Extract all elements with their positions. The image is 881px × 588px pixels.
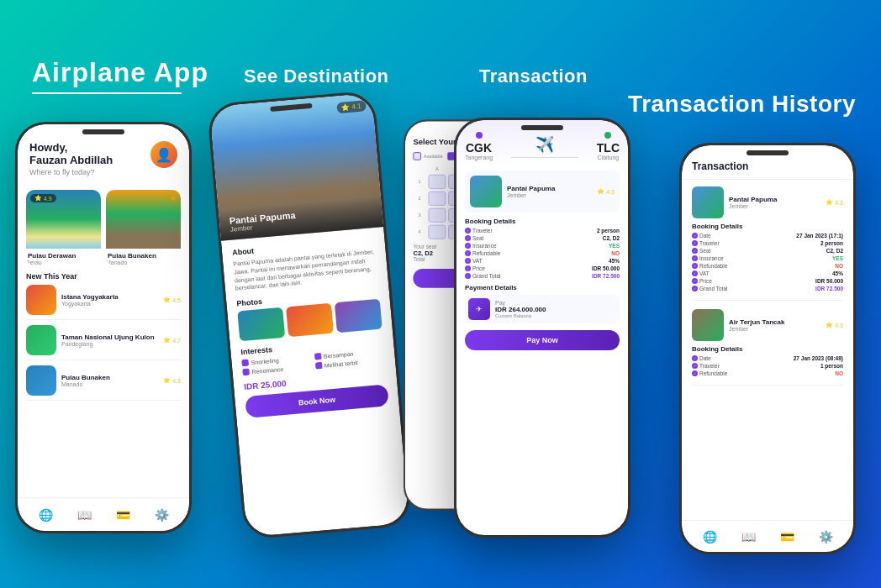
phone4-check-icon-6: ✓ — [692, 270, 698, 276]
section-label-destination: See Destination — [244, 66, 389, 87]
phone1-nav-card-icon[interactable]: 💳 — [116, 508, 130, 522]
phone3-booking-row-seat: ✓Seat C2, D2 — [465, 235, 620, 241]
phone4-trans1-traveler-row: ✓Traveler 2 person — [692, 240, 843, 246]
phone3-origin-code: CGK — [465, 141, 493, 155]
phone1-list-info-2: Taman Nasional Ujung Kulon Pandeglang — [61, 333, 158, 347]
phone4-trans1-refund-val: NO — [835, 263, 843, 269]
phone4-nav-globe-icon[interactable]: 🌐 — [703, 530, 717, 543]
phone1-destination-cards: ⭐ 4.9 Pulau Derawan Berau ★ Pulau Bunake… — [26, 190, 181, 265]
phone3-dest-card-loc: Jember — [507, 192, 555, 198]
phone4-trans1-vat-val: 45% — [832, 270, 843, 276]
phone3-booking-row-vat: ✓VAT 45% — [465, 258, 620, 264]
phone-camera-1 — [82, 129, 124, 134]
phone4-trans2-traveler-val: 1 person — [820, 363, 843, 369]
phone-side-btn-1 — [190, 192, 192, 217]
phone3-route-line — [511, 157, 578, 158]
phone4-check-icon-3: ✓ — [692, 248, 698, 254]
phone4-trans1-seat-row: ✓Seat C2, D2 — [692, 248, 843, 254]
phone-main-app: Howdy, Fauzan Abdillah Where to fly toda… — [15, 122, 192, 533]
seat-4A[interactable] — [428, 225, 446, 239]
phone4-check-icon-9: ✓ — [692, 355, 698, 361]
phone4-trans2-refund-label: ✓Refundable — [692, 370, 727, 376]
phone4-transaction-2: Air Terjun Tancak Jember ⭐ 4.3 Booking D… — [692, 309, 843, 386]
phone1-greeting: Howdy, Fauzan Abdillah Where to fly toda… — [29, 141, 113, 176]
phone1-list-name-1: Istana Yogyakarta — [61, 293, 158, 301]
phone4-trans1-refund-row: ✓Refundable NO — [692, 263, 843, 269]
seat-1A[interactable] — [428, 175, 446, 189]
phone-destination: Pantai Papuma Jember ⭐ 4.1 About Pantai … — [207, 90, 413, 539]
phone1-card-favorite-icon: ★ — [170, 193, 177, 202]
phone3-origin-dot — [476, 132, 483, 139]
phone1-list-loc-3: Manado — [61, 381, 158, 387]
phone4-nav-settings-icon[interactable]: ⚙️ — [819, 530, 833, 543]
phone1-list-item-1[interactable]: Istana Yogyakarta Yogyakarta ⭐ 4.5 — [26, 285, 181, 320]
phone3-payment-details: ✈ Pay IDR 264.000.000 Current Balance — [465, 295, 620, 323]
phone1-new-year-label: New This Year — [26, 272, 181, 281]
phone4-check-icon: ✓ — [692, 233, 698, 239]
phone3-destination-airport: TLC Cibitung — [597, 132, 620, 160]
seat-3A[interactable] — [428, 208, 446, 223]
phone4-check-icon-7: ✓ — [692, 278, 698, 284]
phone3-dest-dot — [604, 132, 611, 139]
phone4-trans1-insurance-label: ✓Insurance — [692, 255, 724, 261]
phone1-list-loc-1: Yogyakarta — [61, 301, 158, 307]
phone1-card-derawan[interactable]: ⭐ 4.9 Pulau Derawan Berau — [26, 190, 101, 265]
phone4-trans1-seat-label: ✓Seat — [692, 248, 710, 254]
phone1-list-item-2[interactable]: Taman Nasional Ujung Kulon Pandeglang ⭐ … — [26, 325, 181, 360]
phone1-list-loc-2: Pandeglang — [61, 341, 158, 347]
phone4-trans1-total-val: IDR 72.500 — [815, 286, 843, 291]
phone3-pay-now-button[interactable]: Pay Now — [465, 330, 620, 350]
phone2-photo-1 — [237, 307, 285, 342]
phone4-trans2-refund-row: ✓Refundable NO — [692, 370, 843, 376]
phone1-nav-settings-icon[interactable]: ⚙️ — [155, 508, 169, 522]
phone4-trans2-info: Air Terjun Tancak Jember — [729, 318, 784, 332]
phone1-card-bunaken[interactable]: ★ Pulau Bunaken Manado — [106, 190, 181, 265]
phone4-trans1-total-row: ✓Grand Total IDR 72.500 — [692, 286, 843, 291]
section-label-history: Transaction History — [628, 91, 856, 118]
seat-2A[interactable] — [428, 192, 446, 206]
phone1-card2-location: Manado — [106, 260, 181, 265]
phone1-card1-title: Pulau Derawan — [26, 249, 101, 260]
phone4-title: Transaction — [692, 160, 843, 172]
phone4-trans1-seat-val: C2, D2 — [826, 248, 843, 254]
phone3-pay-label: Pay — [495, 300, 546, 306]
phone4-trans2-loc: Jember — [729, 326, 784, 332]
phone3-destination-card: Pantai Papuma Jember ⭐ 4.3 — [465, 171, 620, 213]
phone1-list-name-3: Pulau Bunaken — [61, 374, 158, 381]
phone1-list-item-3[interactable]: Pulau Bunaken Manado ⭐ 4.3 — [26, 365, 181, 401]
phone3-dest-card-info: Pantai Papuma Jember — [507, 185, 555, 198]
phone4-trans1-price-row: ✓Price IDR 50.000 — [692, 278, 843, 284]
phone4-check-icon-10: ✓ — [692, 363, 698, 369]
phone4-trans2-rating: ⭐ 4.3 — [826, 322, 843, 328]
phone4-check-icon-8: ✓ — [692, 286, 698, 291]
phone4-trans1-vat-label: ✓VAT — [692, 270, 710, 276]
phone1-subtitle: Where to fly today? — [29, 168, 113, 176]
phone4-trans1-date-label: ✓Date — [692, 233, 711, 239]
phone-transaction-history: Transaction Pantai Papuma Jember ⭐ 4.3 B… — [679, 143, 856, 554]
phone4-nav-book-icon[interactable]: 📖 — [741, 530, 756, 543]
phone4-content: Pantai Papuma Jember ⭐ 4.3 Booking Detai… — [682, 180, 853, 401]
phone3-dest-card-rating: ⭐ 4.3 — [597, 188, 615, 195]
phone4-trans2-booking-title: Booking Details — [692, 345, 843, 353]
phone4-trans1-insurance-val: YES — [832, 255, 843, 261]
phone3-pay-icon: ✈ — [468, 298, 490, 320]
phone1-greeting-text: Howdy, — [29, 141, 113, 154]
phone4-check-icon-4: ✓ — [692, 255, 698, 261]
phone3-booking-row-total: ✓Grand Total IDR 72.500 — [465, 273, 620, 279]
phone1-card1-location: Berau — [26, 260, 101, 265]
phone1-body: ⭐ 4.9 Pulau Derawan Berau ★ Pulau Bunake… — [18, 183, 189, 406]
phone4-check-icon-5: ✓ — [692, 263, 698, 269]
phone1-nav-globe-icon[interactable]: 🌐 — [39, 508, 53, 522]
phone3-dest-card-img — [470, 176, 502, 207]
phone4-trans2-date-label: ✓Date — [692, 355, 711, 361]
phone1-nav-book-icon[interactable]: 📖 — [77, 508, 92, 522]
phone4-nav-card-icon[interactable]: 💳 — [780, 530, 794, 543]
phone4-trans2-img — [692, 309, 724, 341]
phone3-pay-info: Pay IDR 264.000.000 Current Balance — [495, 300, 546, 318]
phone2-content: About Pantai Papuma adalah pantai yang t… — [221, 227, 400, 428]
phone3-plane-icon: ✈️ — [511, 135, 578, 154]
phone3-origin-airport: CGK Tangerang — [465, 132, 493, 160]
phone3-booking-title: Booking Details — [465, 218, 620, 225]
phone1-list-info-1: Istana Yogyakarta Yogyakarta — [61, 293, 158, 307]
phone4-trans1-vat-row: ✓VAT 45% — [692, 270, 843, 276]
